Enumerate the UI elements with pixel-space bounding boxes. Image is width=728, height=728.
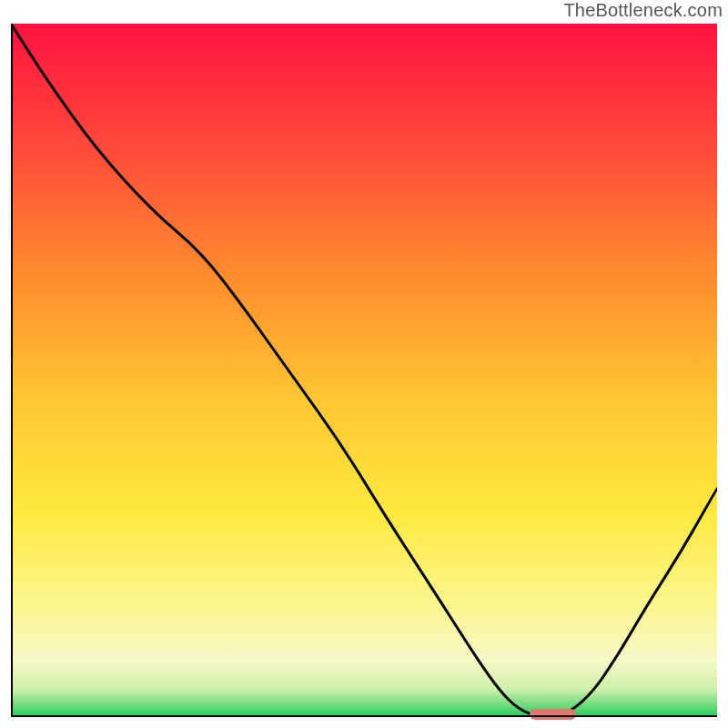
chart-canvas: TheBottleneck.com [0,0,728,728]
plot-background [11,24,717,717]
svg-rect-0 [11,24,717,717]
optimal-zone-marker [530,709,575,720]
watermark-text: TheBottleneck.com [563,0,723,21]
